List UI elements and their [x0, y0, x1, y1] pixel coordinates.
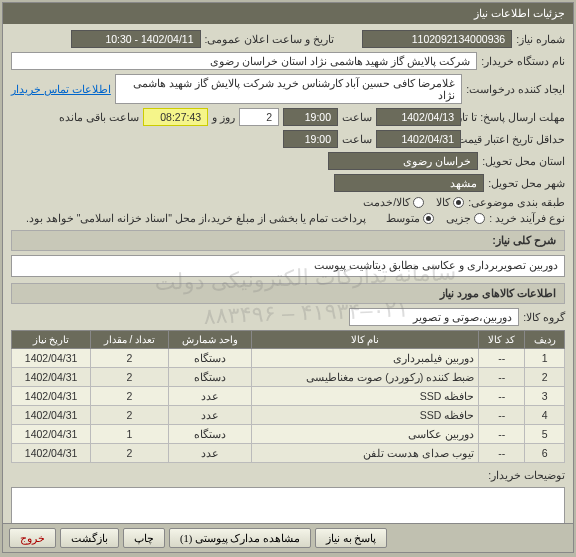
- print-button[interactable]: چاپ: [123, 528, 165, 548]
- validity-date: 1402/04/31: [376, 130, 461, 148]
- need-no-label: شماره نیاز:: [516, 33, 565, 45]
- reply-button[interactable]: پاسخ به نیاز: [315, 528, 387, 548]
- deadline-date: 1402/04/13: [376, 108, 461, 126]
- cell-qty: 2: [91, 444, 169, 463]
- cell-qty: 2: [91, 349, 169, 368]
- table-row[interactable]: 2--ضبط کننده (رکوردر) صوت مغناطیسیدستگاه…: [12, 368, 565, 387]
- radio-medium-dot: [423, 213, 434, 224]
- table-row[interactable]: 6--تیوب صدای هدست تلفنعدد21402/04/31: [12, 444, 565, 463]
- cell-date: 1402/04/31: [12, 368, 91, 387]
- cell-qty: 1: [91, 425, 169, 444]
- cell-qty: 2: [91, 387, 169, 406]
- radio-micro-label: جزیی: [446, 212, 471, 224]
- cell-n: 1: [525, 349, 565, 368]
- cell-unit: دستگاه: [168, 425, 251, 444]
- radio-service[interactable]: کالا/خدمت: [363, 196, 424, 208]
- cell-n: 4: [525, 406, 565, 425]
- col-unit: واحد شمارش: [168, 331, 251, 349]
- cell-name: دوربین فیلمبرداری: [252, 349, 479, 368]
- exit-button[interactable]: خروج: [9, 528, 56, 548]
- cell-code: --: [479, 349, 525, 368]
- cell-name: حافظه SSD: [252, 406, 479, 425]
- cell-name: دوربین عکاسی: [252, 425, 479, 444]
- group-label: گروه کالا:: [523, 311, 565, 323]
- table-row[interactable]: 4--حافظه SSDعدد21402/04/31: [12, 406, 565, 425]
- table-row[interactable]: 1--دوربین فیلمبرداریدستگاه21402/04/31: [12, 349, 565, 368]
- deadline-time: 19:00: [283, 108, 338, 126]
- summary-text: دوربین تصویربرداری و عکاسی مطابق دیتاشیت…: [11, 255, 565, 277]
- announce-label: تاریخ و ساعت اعلان عمومی:: [205, 33, 335, 45]
- validity-time: 19:00: [283, 130, 338, 148]
- cell-date: 1402/04/31: [12, 387, 91, 406]
- remaining-label: ساعت باقی مانده: [59, 111, 139, 123]
- payment-note: پرداخت تمام یا بخشی از مبلغ خرید،از محل …: [26, 212, 366, 224]
- cell-date: 1402/04/31: [12, 444, 91, 463]
- need-no-value: 1102092134000936: [362, 30, 512, 48]
- category-radio-group: کالا کالا/خدمت: [363, 196, 464, 208]
- cell-qty: 2: [91, 406, 169, 425]
- category-label: طبقه بندی موضوعی:: [468, 196, 565, 208]
- radio-goods-label: کالا: [436, 196, 450, 208]
- col-row: ردیف: [525, 331, 565, 349]
- back-button[interactable]: بازگشت: [60, 528, 119, 548]
- cell-name: تیوب صدای هدست تلفن: [252, 444, 479, 463]
- radio-medium[interactable]: متوسط: [386, 212, 434, 224]
- contact-link[interactable]: اطلاعات تماس خریدار: [11, 83, 111, 95]
- creator-label: ایجاد کننده درخواست:: [466, 83, 565, 95]
- radio-goods[interactable]: کالا: [436, 196, 464, 208]
- window-title: جزئیات اطلاعات نیاز: [3, 3, 573, 24]
- items-head: اطلاعات کالاهای مورد نیاز: [11, 283, 565, 304]
- process-label: نوع فرآیند خرید :: [489, 212, 565, 224]
- cell-n: 3: [525, 387, 565, 406]
- radio-service-dot: [413, 197, 424, 208]
- items-table: ردیف کد کالا نام کالا واحد شمارش تعداد /…: [11, 330, 565, 463]
- days-field: 2: [239, 108, 279, 126]
- radio-goods-dot: [453, 197, 464, 208]
- window: جزئیات اطلاعات نیاز شماره نیاز: 11020921…: [2, 2, 574, 553]
- col-date: تاریخ نیاز: [12, 331, 91, 349]
- content-area: شماره نیاز: 1102092134000936 تاریخ و ساع…: [3, 24, 573, 523]
- deadline-label: مهلت ارسال پاسخ: تا تاریخ:: [465, 111, 565, 123]
- footer-bar: خروج بازگشت چاپ مشاهده مدارک پیوستی (1) …: [3, 523, 573, 552]
- cell-code: --: [479, 406, 525, 425]
- radio-service-label: کالا/خدمت: [363, 196, 410, 208]
- cell-n: 6: [525, 444, 565, 463]
- cell-name: حافظه SSD: [252, 387, 479, 406]
- buyer-label: نام دستگاه خریدار:: [481, 55, 565, 67]
- cell-date: 1402/04/31: [12, 349, 91, 368]
- cell-code: --: [479, 425, 525, 444]
- city-value: مشهد: [334, 174, 484, 192]
- cell-n: 2: [525, 368, 565, 387]
- table-row[interactable]: 3--حافظه SSDعدد21402/04/31: [12, 387, 565, 406]
- cell-unit: دستگاه: [168, 368, 251, 387]
- cell-qty: 2: [91, 368, 169, 387]
- cell-unit: عدد: [168, 387, 251, 406]
- creator-value: غلامرضا کافی حسین آباد کارشناس خرید شرکت…: [115, 74, 462, 104]
- buyer-value: شرکت پالایش گاز شهید هاشمی نژاد استان خر…: [11, 52, 477, 70]
- cell-unit: عدد: [168, 406, 251, 425]
- buyer-notes-label: توضیحات خریدار:: [488, 469, 565, 481]
- cell-unit: دستگاه: [168, 349, 251, 368]
- cell-unit: عدد: [168, 444, 251, 463]
- group-value: دوربین،صوتی و تصویر: [349, 308, 519, 326]
- province-value: خراسان رضوی: [328, 152, 478, 170]
- province-label: استان محل تحویل:: [482, 155, 565, 167]
- cell-name: ضبط کننده (رکوردر) صوت مغناطیسی: [252, 368, 479, 387]
- cell-code: --: [479, 368, 525, 387]
- dayword-label: روز و: [212, 111, 235, 123]
- hour-label-1: ساعت: [342, 111, 372, 123]
- col-name: نام کالا: [252, 331, 479, 349]
- buyer-notes[interactable]: [11, 487, 565, 523]
- attachments-button[interactable]: مشاهده مدارک پیوستی (1): [169, 528, 311, 548]
- announce-value: 1402/04/11 - 10:30: [71, 30, 201, 48]
- col-code: کد کالا: [479, 331, 525, 349]
- cell-n: 5: [525, 425, 565, 444]
- radio-micro[interactable]: جزیی: [446, 212, 485, 224]
- cell-date: 1402/04/31: [12, 406, 91, 425]
- process-radio-group: جزیی متوسط: [386, 212, 485, 224]
- table-row[interactable]: 5--دوربین عکاسیدستگاه11402/04/31: [12, 425, 565, 444]
- countdown: 08:27:43: [143, 108, 208, 126]
- summary-head: شرح کلی نیاز:: [11, 230, 565, 251]
- city-label: شهر محل تحویل:: [488, 177, 565, 189]
- radio-medium-label: متوسط: [386, 212, 420, 224]
